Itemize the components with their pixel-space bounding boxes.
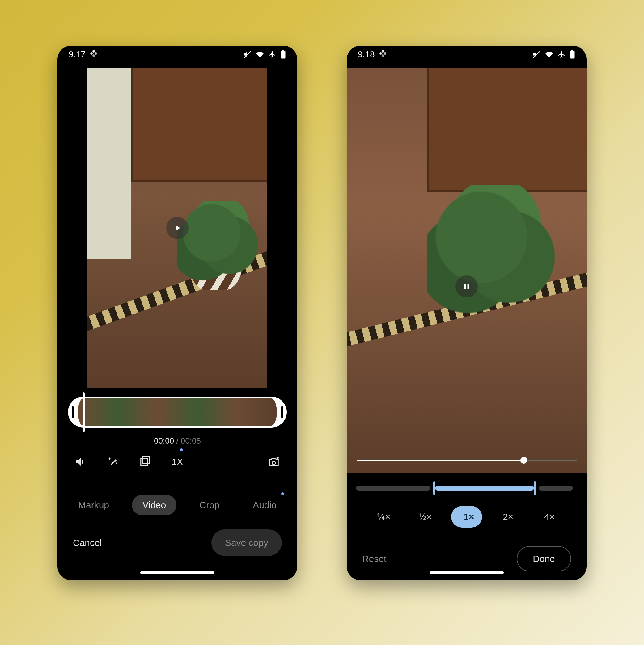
- volume-button[interactable]: [73, 454, 89, 469]
- save-copy-button[interactable]: Save copy: [211, 529, 282, 556]
- time-current: 00:00: [154, 436, 174, 445]
- speed-option-quarter[interactable]: ¼×: [368, 511, 399, 522]
- notification-dot: [281, 492, 284, 495]
- svg-point-1: [95, 52, 97, 55]
- progress-fill: [357, 460, 524, 461]
- home-indicator[interactable]: [430, 572, 504, 574]
- speed-options: ¼× ½× 1× 2× 4×: [356, 491, 577, 527]
- timeline-thumbnails: [68, 397, 287, 428]
- bottom-actions: Reset Done: [347, 527, 587, 572]
- pause-icon: [462, 282, 471, 291]
- done-button[interactable]: Done: [517, 546, 571, 572]
- enhance-button[interactable]: [106, 454, 121, 469]
- pause-button[interactable]: [456, 275, 478, 297]
- svg-rect-13: [572, 50, 573, 51]
- playhead[interactable]: [83, 392, 85, 432]
- svg-rect-4: [281, 51, 286, 59]
- progress-track: [357, 460, 577, 461]
- speed-seg-selected: [435, 486, 534, 490]
- svg-point-8: [382, 50, 384, 52]
- airplane-icon: [557, 50, 566, 58]
- video-preview[interactable]: [88, 68, 267, 388]
- status-time: 9:18: [358, 49, 375, 59]
- tab-crop[interactable]: Crop: [189, 495, 230, 515]
- svg-rect-7: [143, 457, 150, 463]
- svg-point-2: [93, 54, 95, 57]
- camera-plus-icon: [267, 455, 280, 468]
- svg-point-3: [90, 52, 93, 55]
- phone-video-editor: 9:17 00:00 / 00:05: [57, 46, 297, 580]
- speed-option-2x[interactable]: 2×: [493, 511, 523, 522]
- progress-thumb[interactable]: [520, 457, 527, 464]
- frame-export-button[interactable]: [138, 454, 153, 469]
- notification-dot: [180, 448, 183, 451]
- reset-button[interactable]: Reset: [362, 554, 386, 564]
- wifi-icon: [544, 50, 554, 59]
- svg-point-11: [379, 52, 382, 55]
- battery-icon: [280, 50, 286, 59]
- speed-label: 1X: [172, 457, 183, 467]
- speed-seg-slow: [356, 486, 430, 490]
- quick-tools: 1X: [57, 446, 297, 469]
- video-preview[interactable]: [347, 68, 587, 473]
- trim-handle-end[interactable]: [281, 406, 283, 418]
- playback-progress[interactable]: [357, 457, 577, 464]
- wifi-icon: [255, 50, 265, 59]
- photos-app-icon: [378, 49, 387, 60]
- tab-video[interactable]: Video: [132, 495, 176, 515]
- svg-point-10: [382, 54, 384, 57]
- battery-icon: [569, 50, 576, 59]
- svg-rect-12: [570, 51, 575, 59]
- photos-app-icon: [89, 49, 98, 60]
- editor-tabs: Markup Video Crop Audio: [57, 484, 297, 515]
- speed-seg-fast: [539, 486, 573, 490]
- status-bar: 9:17: [57, 46, 297, 63]
- trim-handle-start[interactable]: [72, 406, 73, 418]
- frame-export-icon: [139, 456, 151, 468]
- status-time: 9:17: [68, 49, 86, 59]
- speed-range-track[interactable]: [356, 485, 577, 491]
- tab-markup[interactable]: Markup: [68, 495, 120, 515]
- home-indicator[interactable]: [140, 572, 214, 574]
- svg-rect-5: [282, 50, 284, 51]
- phone-speed-editor: 9:18: [347, 46, 587, 580]
- bottom-actions: Cancel Save copy: [57, 515, 297, 556]
- play-icon: [173, 223, 182, 233]
- speed-option-half[interactable]: ½×: [410, 511, 441, 522]
- volume-icon: [75, 456, 87, 468]
- time-duration: 00:05: [181, 436, 201, 445]
- svg-point-0: [93, 50, 95, 52]
- speed-option-4x[interactable]: 4×: [534, 511, 565, 522]
- speed-range-end[interactable]: [534, 481, 536, 495]
- magic-wand-icon: [107, 456, 119, 468]
- status-bar: 9:18: [347, 46, 587, 63]
- camera-plus-button[interactable]: [266, 454, 281, 469]
- speed-button[interactable]: 1X: [170, 454, 185, 469]
- play-button[interactable]: [166, 217, 188, 239]
- mute-icon: [532, 50, 541, 59]
- svg-point-9: [384, 52, 386, 55]
- tab-audio[interactable]: Audio: [242, 495, 287, 515]
- speed-option-1x[interactable]: 1×: [451, 506, 482, 527]
- cancel-button[interactable]: Cancel: [73, 538, 102, 548]
- trim-timeline[interactable]: [68, 397, 287, 428]
- svg-rect-6: [141, 458, 148, 465]
- mute-icon: [243, 50, 252, 59]
- airplane-icon: [268, 50, 276, 58]
- time-readout: 00:00 / 00:05: [57, 436, 297, 446]
